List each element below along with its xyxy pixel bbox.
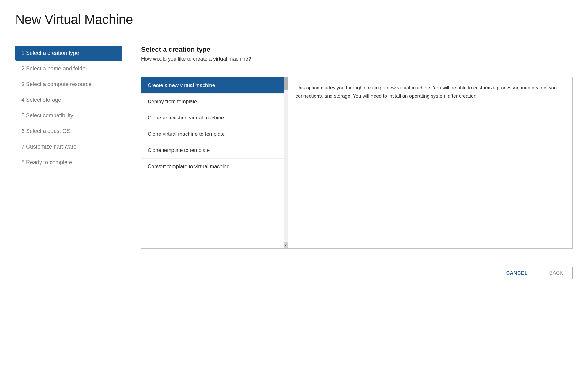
scroll-down-arrow[interactable]: ▼ <box>284 242 288 248</box>
cancel-button[interactable]: CANCEL <box>500 267 534 279</box>
wizard-footer: CANCEL BACK <box>141 261 573 279</box>
step-5: 5 Select compatibility <box>15 108 123 123</box>
option-list-container: Create a new virtual machine Deploy from… <box>141 77 288 249</box>
option-deploy-template[interactable]: Deploy from template <box>141 94 288 110</box>
scrollbar-thumb[interactable] <box>284 77 288 90</box>
option-clone-template-to-template[interactable]: Clone template to template <box>141 142 288 159</box>
wizard-steps: 1 Select a creation type 2 Select a name… <box>15 46 132 279</box>
content-divider <box>141 70 573 70</box>
option-clone-to-template[interactable]: Clone virtual machine to template <box>141 126 288 142</box>
content-subtitle: How would you like to create a virtual m… <box>141 56 573 62</box>
content-title: Select a creation type <box>141 46 573 54</box>
step-7: 7 Customize hardware <box>15 139 123 154</box>
back-button[interactable]: BACK <box>540 267 573 279</box>
scrollbar-track: ▲ ▼ <box>284 77 288 248</box>
option-list: Create a new virtual machine Deploy from… <box>141 77 288 248</box>
wizard-title: New Virtual Machine <box>15 12 573 27</box>
option-convert-template[interactable]: Convert template to virtual machine <box>141 159 288 175</box>
step-6: 6 Select a guest OS <box>15 124 123 139</box>
description-panel: This option guides you through creating … <box>288 77 573 249</box>
wizard-body: 1 Select a creation type 2 Select a name… <box>15 46 573 279</box>
step-1[interactable]: 1 Select a creation type <box>15 46 123 61</box>
title-divider <box>15 33 573 33</box>
wizard-container: New Virtual Machine 1 Select a creation … <box>0 0 588 392</box>
step-8: 8 Ready to complete <box>15 155 123 170</box>
selection-area: Create a new virtual machine Deploy from… <box>141 77 573 249</box>
step-4: 4 Select storage <box>15 92 123 107</box>
option-clone-existing[interactable]: Clone an existing virtual machine <box>141 110 288 126</box>
wizard-content: Select a creation type How would you lik… <box>132 46 573 279</box>
step-2: 2 Select a name and folder <box>15 61 123 76</box>
step-3: 3 Select a compute resource <box>15 77 123 92</box>
selected-description-text: This option guides you through creating … <box>296 85 558 99</box>
option-create-new[interactable]: Create a new virtual machine <box>141 77 288 94</box>
